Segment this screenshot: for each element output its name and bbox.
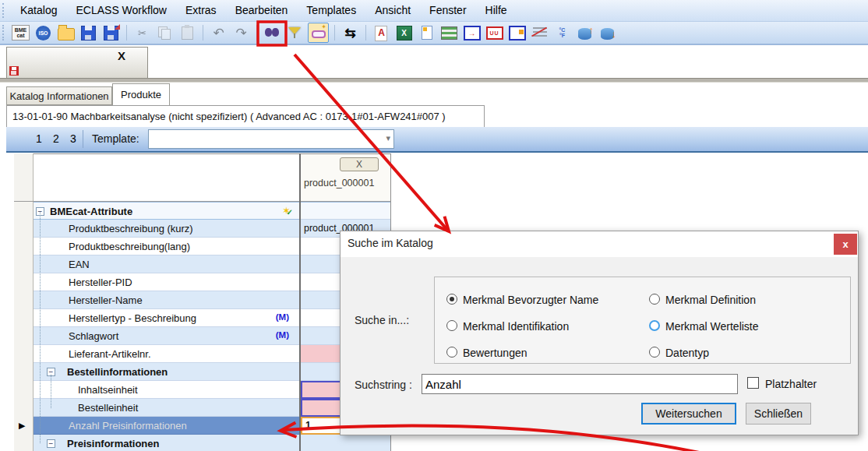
toolbar: BME cat ISO ✂ ↶ ↷ ⇆ A X → UU °C °F ↑ ↓ (0, 22, 868, 45)
table-row-ean[interactable]: EAN (34, 255, 300, 273)
open-catalog-icon[interactable] (56, 23, 76, 42)
redo-icon[interactable]: ↷ (231, 23, 251, 42)
toolbar-grip2 (2, 25, 6, 41)
table-view-icon[interactable] (439, 23, 459, 42)
dialog-titlebar[interactable]: Suche im Katalog x (340, 231, 858, 257)
save-icon[interactable] (79, 23, 98, 42)
search-dialog: Suche im Katalog x Suche in...: Merkmal … (340, 231, 859, 435)
radio-icon (446, 347, 457, 358)
horizontal-splitter[interactable] (0, 78, 868, 83)
paste-icon[interactable] (178, 23, 197, 42)
cell[interactable] (301, 202, 390, 220)
menu-katalog[interactable]: Katalog (11, 0, 66, 21)
document-export-icon[interactable] (417, 23, 436, 42)
iso-icon[interactable]: ISO (34, 23, 53, 42)
page-button-3[interactable]: 3 (70, 132, 76, 145)
table-row-anzahl-preisinformationen[interactable]: Anzahl Preisinformationen (34, 417, 300, 435)
table-row-bestelleinheit[interactable]: Bestelleinheit (34, 399, 300, 417)
column-divider[interactable] (299, 153, 301, 451)
radio-icon (649, 347, 660, 358)
table-row-produktbeschreibung-lang[interactable]: Produktbeschreibung(lang) (34, 238, 300, 255)
template-link-icon[interactable] (308, 23, 329, 43)
search-binoculars-icon[interactable] (263, 23, 282, 42)
table-row-herstellertyp[interactable]: Herstellertyp - Beschreibung (M) (34, 309, 300, 327)
menu-eclass-workflow[interactable]: ECLASS Workflow (66, 0, 175, 21)
cell[interactable] (301, 435, 390, 451)
table-row-schlagwort[interactable]: Schlagwort (M) (34, 327, 300, 345)
table-row-bmecat-attribute[interactable]: − BMEcat-Attribute ✶ ✓ (34, 202, 300, 220)
db-download-icon[interactable]: ↓ (598, 23, 617, 42)
product-column-title: product_000001 (304, 178, 374, 189)
filter-icon[interactable] (285, 23, 305, 42)
excel-export-icon[interactable]: X (394, 23, 414, 42)
radio-icon (649, 294, 660, 305)
copy-icon[interactable] (155, 23, 175, 42)
platzhalter-checkbox[interactable] (747, 377, 759, 389)
radio-icon (649, 320, 660, 331)
tab-katalog-informationen[interactable]: Katalog Informationen (6, 86, 112, 105)
chevron-down-icon[interactable]: ▾ (386, 133, 390, 143)
dialog-close-button[interactable]: x (834, 234, 857, 255)
lines-disable-icon[interactable] (530, 23, 549, 42)
table-row-preisinformationen[interactable]: − Preisinformationen (34, 435, 300, 451)
menu-hilfe[interactable]: Hilfe (476, 0, 517, 21)
document-panel-tab[interactable]: X (6, 47, 148, 78)
remove-product-column-button[interactable]: X (340, 157, 379, 171)
selected-row-indicator: ▶ (19, 421, 25, 431)
multilang-badge: (M) (276, 312, 289, 322)
template-bar: 1 2 3 Template: ▾ (6, 127, 868, 153)
page-button-2[interactable]: 2 (53, 132, 59, 145)
check-icon: ✓ (287, 208, 293, 217)
unit-convert-icon[interactable]: °C °F (552, 23, 572, 42)
classification-breadcrumb: 13-01-01-90 Machbarkeitsanalyse (nicht s… (6, 105, 485, 127)
swap-icon[interactable]: ⇆ (340, 23, 360, 42)
platzhalter-label: Platzhalter (765, 378, 817, 390)
row-header-column (14, 153, 34, 451)
searchstring-input[interactable] (422, 374, 738, 394)
table-row-lieferant-artikelnr[interactable]: Lieferant-Artikelnr. (34, 345, 300, 363)
menu-bearbeiten[interactable]: Bearbeiten (226, 0, 298, 21)
table-row-produktbeschreibung-kurz[interactable]: Produktbeschreibung (kurz) (34, 220, 300, 238)
save-as-icon[interactable] (101, 23, 121, 42)
pdf-export-icon[interactable]: A (372, 23, 391, 42)
menu-ansicht[interactable]: Ansicht (365, 0, 420, 21)
multilang-badge: (M) (276, 330, 289, 340)
toolbar-separator (203, 25, 203, 41)
template-label: Template: (92, 132, 139, 145)
panel-close-button[interactable]: X (118, 49, 125, 62)
product-column-header: X product_000001 (301, 154, 390, 201)
tab-produkte[interactable]: Produkte (112, 83, 170, 105)
schliessen-button[interactable]: Schließen (746, 403, 811, 425)
collapse-icon[interactable]: − (47, 439, 55, 448)
weitersuchen-button[interactable]: Weitersuchen (641, 403, 736, 425)
cut-icon[interactable]: ✂ (132, 23, 152, 42)
template-combobox[interactable]: ▾ (148, 129, 394, 149)
radio-icon (446, 320, 457, 331)
table-row-hersteller-pid[interactable]: Hersteller-PID (34, 273, 300, 291)
page-button-1[interactable]: 1 (36, 132, 42, 145)
table-row-inhaltseinheit[interactable]: Inhaltseinheit (34, 381, 300, 399)
menu-fenster[interactable]: Fenster (420, 0, 475, 21)
dialog-title: Suche im Katalog (348, 237, 433, 249)
menu-extras[interactable]: Extras (176, 0, 226, 21)
unit-icon[interactable]: UU (485, 23, 504, 42)
toolbar-grip (2, 3, 6, 18)
db-upload-icon[interactable]: ↑ (575, 23, 595, 42)
table-row-hersteller-name[interactable]: Hersteller-Name (34, 291, 300, 309)
template-separator (83, 130, 83, 148)
menu-templates[interactable]: Templates (297, 0, 365, 21)
tree-line (51, 375, 52, 408)
radio-icon (446, 294, 457, 305)
bmecat-icon[interactable]: BME cat (11, 23, 30, 42)
table-cell-icon[interactable] (507, 23, 527, 42)
app-window: Katalog ECLASS Workflow Extras Bearbeite… (0, 0, 868, 451)
tree-line (40, 212, 41, 443)
table-transfer-icon[interactable]: → (462, 23, 482, 42)
undo-icon[interactable]: ↶ (209, 23, 228, 42)
table-row-bestellinformationen[interactable]: − Bestellinformationen (34, 363, 300, 381)
toolbar-separator (256, 25, 257, 41)
menu-bar: Katalog ECLASS Workflow Extras Bearbeite… (0, 0, 868, 22)
search-in-label: Suche in...: (355, 314, 409, 326)
toolbar-separator (365, 25, 366, 41)
toolbar-separator (334, 25, 335, 41)
